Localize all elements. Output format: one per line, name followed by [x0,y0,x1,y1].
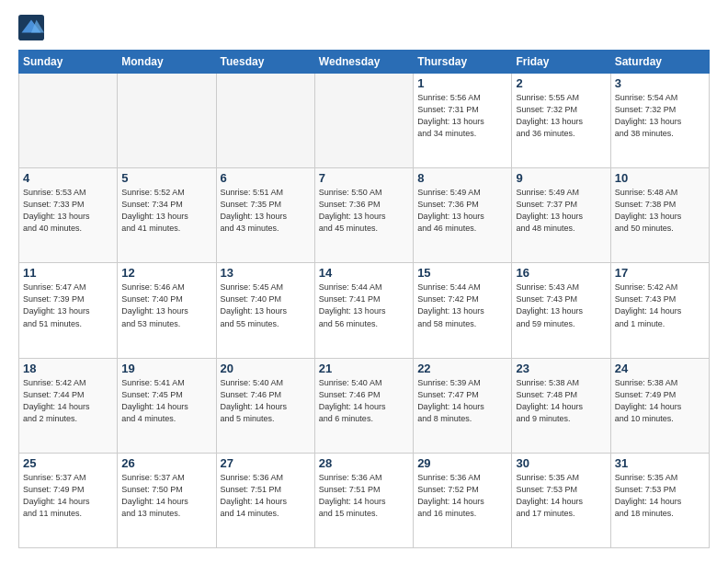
day-number: 11 [23,266,113,280]
day-info: Sunrise: 5:40 AM Sunset: 7:46 PM Dayligh… [221,377,311,425]
weekday-monday: Monday [118,51,216,74]
calendar-cell: 12Sunrise: 5:46 AM Sunset: 7:40 PM Dayli… [118,263,216,358]
day-info: Sunrise: 5:39 AM Sunset: 7:47 PM Dayligh… [417,377,507,425]
calendar-cell: 7Sunrise: 5:50 AM Sunset: 7:36 PM Daylig… [314,168,413,263]
calendar-cell: 31Sunrise: 5:35 AM Sunset: 7:53 PM Dayli… [610,453,709,547]
day-number: 5 [121,171,211,185]
day-info: Sunrise: 5:42 AM Sunset: 7:43 PM Dayligh… [615,282,705,329]
day-number: 17 [615,266,705,280]
calendar-cell: 3Sunrise: 5:54 AM Sunset: 7:32 PM Daylig… [610,74,709,168]
day-number: 13 [221,266,311,280]
day-info: Sunrise: 5:49 AM Sunset: 7:37 PM Dayligh… [516,187,606,235]
day-number: 16 [516,266,606,280]
calendar-cell: 26Sunrise: 5:37 AM Sunset: 7:50 PM Dayli… [118,453,216,547]
calendar-cell: 11Sunrise: 5:47 AM Sunset: 7:39 PM Dayli… [19,263,118,358]
calendar-cell: 4Sunrise: 5:53 AM Sunset: 7:33 PM Daylig… [19,168,118,263]
day-info: Sunrise: 5:52 AM Sunset: 7:34 PM Dayligh… [121,187,211,235]
day-info: Sunrise: 5:36 AM Sunset: 7:51 PM Dayligh… [221,472,311,520]
day-number: 14 [319,266,409,280]
day-info: Sunrise: 5:53 AM Sunset: 7:33 PM Dayligh… [23,187,113,235]
day-info: Sunrise: 5:40 AM Sunset: 7:46 PM Dayligh… [319,377,409,425]
weekday-friday: Friday [512,51,610,74]
logo-icon [18,15,44,40]
calendar-cell: 23Sunrise: 5:38 AM Sunset: 7:48 PM Dayli… [512,358,610,453]
week-row-4: 18Sunrise: 5:42 AM Sunset: 7:44 PM Dayli… [19,358,710,453]
day-info: Sunrise: 5:42 AM Sunset: 7:44 PM Dayligh… [23,377,113,425]
calendar-cell [314,74,413,168]
logo [18,15,48,40]
day-number: 3 [615,76,705,90]
day-info: Sunrise: 5:44 AM Sunset: 7:42 PM Dayligh… [417,282,507,329]
calendar-cell: 9Sunrise: 5:49 AM Sunset: 7:37 PM Daylig… [512,168,610,263]
day-number: 21 [319,362,409,375]
day-number: 23 [516,362,606,375]
day-info: Sunrise: 5:36 AM Sunset: 7:51 PM Dayligh… [319,472,409,520]
week-row-1: 1Sunrise: 5:56 AM Sunset: 7:31 PM Daylig… [19,74,710,168]
day-info: Sunrise: 5:56 AM Sunset: 7:31 PM Dayligh… [417,92,507,140]
day-info: Sunrise: 5:37 AM Sunset: 7:49 PM Dayligh… [23,472,113,520]
calendar-cell: 20Sunrise: 5:40 AM Sunset: 7:46 PM Dayli… [216,358,314,453]
calendar-cell: 10Sunrise: 5:48 AM Sunset: 7:38 PM Dayli… [610,168,709,263]
day-info: Sunrise: 5:48 AM Sunset: 7:38 PM Dayligh… [615,187,705,235]
day-number: 2 [516,76,606,90]
day-info: Sunrise: 5:43 AM Sunset: 7:43 PM Dayligh… [516,282,606,329]
day-info: Sunrise: 5:46 AM Sunset: 7:40 PM Dayligh… [121,282,211,329]
day-number: 26 [121,456,211,470]
day-info: Sunrise: 5:36 AM Sunset: 7:52 PM Dayligh… [417,472,507,520]
calendar-cell: 29Sunrise: 5:36 AM Sunset: 7:52 PM Dayli… [414,453,512,547]
day-number: 28 [319,456,409,470]
calendar-cell: 13Sunrise: 5:45 AM Sunset: 7:40 PM Dayli… [216,263,314,358]
calendar-cell [19,74,118,168]
day-number: 12 [121,266,211,280]
day-info: Sunrise: 5:35 AM Sunset: 7:53 PM Dayligh… [615,472,705,520]
day-number: 19 [121,362,211,375]
day-info: Sunrise: 5:50 AM Sunset: 7:36 PM Dayligh… [319,187,409,235]
calendar-cell: 22Sunrise: 5:39 AM Sunset: 7:47 PM Dayli… [414,358,512,453]
day-number: 20 [221,362,311,375]
day-number: 9 [516,171,606,185]
day-info: Sunrise: 5:41 AM Sunset: 7:45 PM Dayligh… [121,377,211,425]
day-number: 29 [417,456,507,470]
day-number: 6 [221,171,311,185]
calendar-cell: 17Sunrise: 5:42 AM Sunset: 7:43 PM Dayli… [610,263,709,358]
day-info: Sunrise: 5:37 AM Sunset: 7:50 PM Dayligh… [121,472,211,520]
day-number: 10 [615,171,705,185]
weekday-wednesday: Wednesday [314,51,413,74]
calendar-cell: 5Sunrise: 5:52 AM Sunset: 7:34 PM Daylig… [118,168,216,263]
calendar-cell: 8Sunrise: 5:49 AM Sunset: 7:36 PM Daylig… [414,168,512,263]
calendar-cell: 28Sunrise: 5:36 AM Sunset: 7:51 PM Dayli… [314,453,413,547]
day-number: 30 [516,456,606,470]
calendar-cell: 14Sunrise: 5:44 AM Sunset: 7:41 PM Dayli… [314,263,413,358]
calendar-cell: 25Sunrise: 5:37 AM Sunset: 7:49 PM Dayli… [19,453,118,547]
calendar-cell: 27Sunrise: 5:36 AM Sunset: 7:51 PM Dayli… [216,453,314,547]
page: SundayMondayTuesdayWednesdayThursdayFrid… [0,0,728,563]
day-info: Sunrise: 5:44 AM Sunset: 7:41 PM Dayligh… [319,282,409,329]
header [18,15,710,40]
day-number: 4 [23,171,113,185]
calendar-cell: 30Sunrise: 5:35 AM Sunset: 7:53 PM Dayli… [512,453,610,547]
weekday-sunday: Sunday [19,51,118,74]
calendar-cell: 16Sunrise: 5:43 AM Sunset: 7:43 PM Dayli… [512,263,610,358]
day-number: 15 [417,266,507,280]
day-number: 27 [221,456,311,470]
day-info: Sunrise: 5:45 AM Sunset: 7:40 PM Dayligh… [221,282,311,329]
day-info: Sunrise: 5:47 AM Sunset: 7:39 PM Dayligh… [23,282,113,329]
calendar-cell: 1Sunrise: 5:56 AM Sunset: 7:31 PM Daylig… [414,74,512,168]
calendar-cell: 19Sunrise: 5:41 AM Sunset: 7:45 PM Dayli… [118,358,216,453]
calendar-cell: 18Sunrise: 5:42 AM Sunset: 7:44 PM Dayli… [19,358,118,453]
day-info: Sunrise: 5:54 AM Sunset: 7:32 PM Dayligh… [615,92,705,140]
day-info: Sunrise: 5:49 AM Sunset: 7:36 PM Dayligh… [417,187,507,235]
calendar-cell: 15Sunrise: 5:44 AM Sunset: 7:42 PM Dayli… [414,263,512,358]
day-number: 1 [417,76,507,90]
calendar-cell: 21Sunrise: 5:40 AM Sunset: 7:46 PM Dayli… [314,358,413,453]
day-info: Sunrise: 5:38 AM Sunset: 7:48 PM Dayligh… [516,377,606,425]
day-info: Sunrise: 5:38 AM Sunset: 7:49 PM Dayligh… [615,377,705,425]
day-info: Sunrise: 5:51 AM Sunset: 7:35 PM Dayligh… [221,187,311,235]
calendar-cell [118,74,216,168]
day-number: 22 [417,362,507,375]
calendar-cell [216,74,314,168]
week-row-2: 4Sunrise: 5:53 AM Sunset: 7:33 PM Daylig… [19,168,710,263]
day-number: 7 [319,171,409,185]
calendar-cell: 6Sunrise: 5:51 AM Sunset: 7:35 PM Daylig… [216,168,314,263]
calendar-cell: 24Sunrise: 5:38 AM Sunset: 7:49 PM Dayli… [610,358,709,453]
